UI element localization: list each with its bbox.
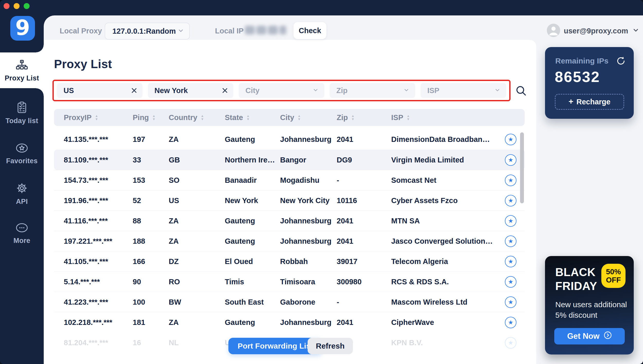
refresh-button[interactable]: Refresh [308,338,353,354]
cell-state: El Oued [225,257,280,266]
cell-country: SO [169,176,225,185]
cell-ping: 100 [133,298,169,306]
recharge-button[interactable]: + Recharge [555,94,624,110]
favorite-star-button[interactable]: ★ [505,154,516,166]
column-header-isp[interactable]: ISP▲▼ [391,113,497,122]
cell-state: Northern Irel… [225,156,280,164]
table-row[interactable]: 81.109.***.***33GBNorthern Irel…BangorDG… [54,150,525,170]
person-icon [547,24,560,37]
table-row[interactable]: 191.96.***.***52USNew YorkNew York City1… [54,190,525,211]
favorite-star-button[interactable]: ★ [505,337,516,349]
search-button[interactable] [515,85,527,97]
cell-ip: 154.73.***.*** [64,176,133,185]
cell-zip: 2041 [337,135,391,144]
filter-country-select[interactable]: US [57,83,142,98]
cell-city: Mogadishu [280,176,337,185]
clear-filter-icon[interactable] [222,88,228,93]
column-header-proxyip[interactable]: ProxyIP▲▼ [64,113,133,122]
filter-city-select[interactable]: City [239,83,324,98]
chevron-down-icon [403,86,409,95]
promo-description: New users additional 5% discount [555,299,629,320]
table-row[interactable]: 197.221.***.***188ZAGautengJohannesburg2… [54,231,525,251]
star-icon: ★ [508,238,513,244]
favorite-cell: ★ [497,215,525,227]
table-scrollbar[interactable] [520,132,524,203]
sidebar-item-more[interactable]: More [0,222,44,245]
sidebar-item-today-list[interactable]: Today list [0,101,44,125]
cell-country: GB [169,156,225,164]
local-proxy-select[interactable]: 127.0.0.1:Random [105,23,190,40]
cell-isp: Telecom Algeria [391,257,497,266]
favorite-star-button[interactable]: ★ [505,317,516,328]
column-header-zip[interactable]: Zip▲▼ [337,113,391,122]
cell-state: Gauteng [225,217,280,225]
sidebar-item-proxy-list[interactable]: Proxy List [0,60,44,82]
star-icon: ★ [508,299,513,305]
favorite-star-button[interactable]: ★ [505,276,516,288]
zoom-window-button[interactable] [24,3,30,9]
remaining-ips-card: Remaining IPs 86532 + Recharge [545,47,634,119]
minimize-window-button[interactable] [14,3,20,9]
sidebar-item-favorites[interactable]: Favorites [0,142,44,165]
check-button[interactable]: Check [293,22,326,39]
favorite-star-button[interactable]: ★ [505,175,516,186]
cell-zip: 2041 [337,217,391,225]
column-header-city[interactable]: City▲▼ [280,113,337,122]
close-window-button[interactable] [4,3,10,9]
logo-glyph: 9 [15,15,30,40]
cell-ip: 102.218.***.*** [64,318,133,327]
cell-zip: 2041 [337,237,391,245]
cell-ping: 197 [133,135,169,144]
cell-city: Gaborone [280,298,337,306]
local-ip-label: Local IP [215,27,244,35]
filter-state-select[interactable]: New York [148,83,234,98]
cell-country: ZA [169,135,225,144]
column-header-country[interactable]: Country▲▼ [169,113,225,122]
cell-isp: Somcast Net [391,176,497,185]
cell-isp: Mascom Wireless Ltd [391,298,497,306]
chevron-down-icon [632,26,639,35]
table-row[interactable]: 154.73.***.***153SOBanaadirMogadishu-Som… [54,170,525,190]
get-now-button[interactable]: Get Now [554,328,625,344]
refresh-ips-icon[interactable] [616,56,626,66]
column-header-ping[interactable]: Ping▲▼ [133,113,169,122]
cell-city: New York City [280,196,337,205]
sort-icon: ▲▼ [351,115,355,121]
user-menu[interactable]: user@9proxy.com [564,26,639,35]
recharge-label: Recharge [576,98,610,106]
column-header-state[interactable]: State▲▼ [225,113,280,122]
sidebar-item-api[interactable]: API [0,182,44,206]
favorite-star-button[interactable]: ★ [505,296,516,308]
filter-isp-select[interactable]: ISP [421,83,506,98]
favorite-star-button[interactable]: ★ [505,235,516,247]
chevron-down-icon [312,86,319,95]
sort-icon: ▲▼ [201,115,204,121]
sort-icon: ▲▼ [407,115,410,121]
cell-ping: 188 [133,237,169,245]
cell-state: Gauteng [225,135,280,144]
favorite-star-button[interactable]: ★ [505,195,516,206]
sidebar-item-label: Proxy List [5,74,39,82]
star-icon: ★ [508,218,513,224]
table-row[interactable]: 41.223.***.***100BWSouth EastGaborone-Ma… [54,292,525,312]
favorite-cell: ★ [497,276,525,288]
discount-badge: 50% OFF [601,264,626,288]
favorite-star-button[interactable]: ★ [505,134,516,145]
table-row[interactable]: 41.105.***.***166DZEl OuedRobbah39017Tel… [54,251,525,271]
table-row[interactable]: 41.116.***.***88ZAGautengJohannesburg204… [54,211,525,231]
cell-ping: 153 [133,176,169,185]
favorite-star-button[interactable]: ★ [505,256,516,267]
cell-state: Banaadir [225,176,280,185]
favorite-star-button[interactable]: ★ [505,215,516,227]
table-row[interactable]: 102.218.***.***181ZAGautengJohannesburg2… [54,312,525,332]
sort-icon: ▲▼ [95,115,98,121]
table-row[interactable]: 5.14.***.***90ROTimisTimisoara300980RCS … [54,271,525,292]
avatar[interactable] [547,24,560,37]
cell-state: Timis [225,278,280,286]
sort-icon: ▲▼ [152,115,156,121]
filter-zip-select[interactable]: Zip [330,83,415,98]
filter-city-placeholder: City [245,86,260,95]
clear-filter-icon[interactable] [131,88,137,93]
cell-country: RO [169,278,225,286]
table-row[interactable]: 41.135.***.***197ZAGautengJohannesburg20… [54,129,525,150]
